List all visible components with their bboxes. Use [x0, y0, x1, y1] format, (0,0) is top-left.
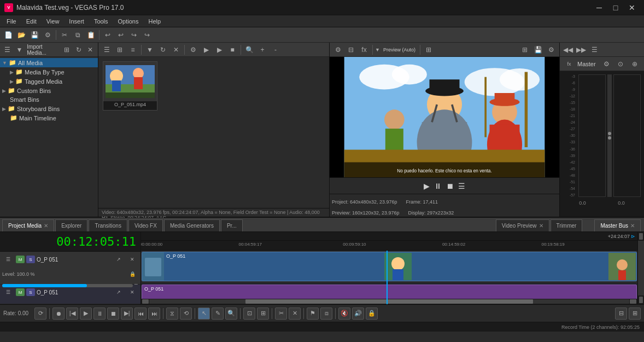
scroll-left-btn[interactable]	[142, 299, 149, 304]
transport-monitor-btn[interactable]: ⊞	[629, 308, 641, 320]
track1-lock-button[interactable]: 🔒	[126, 269, 138, 280]
preview-btn2[interactable]: 💾	[532, 44, 544, 55]
minimize-button[interactable]: ─	[592, 2, 607, 13]
media-delete-button[interactable]: ✕	[170, 44, 182, 55]
tab-master-bus[interactable]: Master Bus ✕	[594, 219, 641, 231]
preview-menu-button[interactable]: ⚙	[332, 44, 344, 55]
zoom-in-button[interactable]: +	[256, 44, 268, 55]
tab-close-project[interactable]: ✕	[44, 223, 48, 229]
media-thumbnail-op051[interactable]: O_P_051.mp4	[103, 61, 157, 111]
tree-item-smart-bins[interactable]: Smart Bins	[0, 95, 98, 104]
master-fx-button[interactable]: fx	[563, 59, 575, 69]
playhead[interactable]	[387, 251, 388, 304]
menu-options[interactable]: Options	[114, 17, 143, 26]
edit-tool[interactable]: ✎	[212, 308, 224, 320]
transport-ffwd[interactable]: ⏭	[148, 308, 160, 320]
zoom-button[interactable]: 🔍	[243, 44, 255, 55]
volume-button[interactable]: 🔊	[352, 308, 364, 320]
lock-button[interactable]: 🔒	[366, 308, 378, 320]
meter-center-control[interactable]	[607, 74, 612, 197]
split-button[interactable]: ✂	[275, 308, 287, 320]
track1-fx-button[interactable]: ↗	[113, 254, 125, 265]
transport-pause-button[interactable]: ⏸	[93, 308, 106, 320]
track2-close-button[interactable]: ✕	[126, 287, 138, 298]
redo-button[interactable]: ↪	[128, 30, 140, 40]
copy-button[interactable]: ⧉	[72, 30, 84, 40]
region-button[interactable]: ⧈	[320, 308, 332, 320]
maximize-button[interactable]: □	[608, 2, 623, 13]
menu-edit[interactable]: Edit	[22, 17, 41, 26]
tab-project-media[interactable]: Project Media ✕	[2, 219, 54, 231]
preview-btn3[interactable]: ⚙	[545, 44, 557, 55]
master-btn3[interactable]: ⊕	[629, 59, 641, 69]
tree-item-custom-bins[interactable]: ▶ 📁 Custom Bins	[0, 86, 98, 95]
window-controls[interactable]: ─ □ ✕	[592, 2, 640, 13]
preview-stop-button[interactable]: ⏹	[446, 182, 454, 190]
scroll-right-btn[interactable]	[630, 299, 636, 304]
preview-pause-button[interactable]: ⏸	[434, 182, 442, 190]
zoom-out-button[interactable]: -	[270, 44, 282, 55]
transport-prev-frame[interactable]: |◀	[66, 308, 78, 320]
preview-fx-button[interactable]: fx	[358, 44, 370, 55]
transport-settings-btn[interactable]: ⊟	[615, 308, 627, 320]
transport-next-frame[interactable]: ▶|	[121, 308, 133, 320]
fx-menu-button[interactable]: ☰	[588, 44, 600, 55]
snap-button[interactable]: ⊡	[243, 308, 255, 320]
tree-item-storyboard[interactable]: ▶ 📁 Storyboard Bins	[0, 104, 98, 113]
menu-tools[interactable]: Tools	[90, 17, 113, 26]
preview-split-button[interactable]: ⊟	[345, 44, 357, 55]
tab-video-fx[interactable]: Video FX	[128, 219, 163, 231]
save-button[interactable]: 💾	[28, 30, 40, 40]
transport-play-button[interactable]: ▶	[80, 308, 92, 320]
tree-item-all-media[interactable]: ▼ 📁 All Media	[0, 58, 98, 67]
tree-item-tagged[interactable]: ▶ 📁 Tagged Media	[0, 77, 98, 86]
transport-loop2[interactable]: ⟲	[180, 308, 192, 320]
left-view-button[interactable]: ⊞	[61, 44, 72, 55]
tab-explorer[interactable]: Explorer	[55, 219, 87, 231]
video-clip-main[interactable]: O_P 051	[142, 252, 637, 281]
track1-level-slider[interactable]	[2, 284, 133, 287]
transport-record-button[interactable]: ⏺	[52, 308, 65, 320]
scroll-thumb[interactable]	[245, 299, 534, 304]
open-button[interactable]: 📂	[15, 30, 27, 40]
redo2-button[interactable]: ↪	[141, 30, 153, 40]
track1-menu-button[interactable]: ☰	[2, 254, 14, 265]
tab-transitions[interactable]: Transitions	[89, 219, 127, 231]
menu-insert[interactable]: Insert	[65, 17, 89, 26]
marker-button[interactable]: ⚑	[307, 308, 319, 320]
timeline-scrollbar[interactable]	[141, 299, 637, 304]
media-refresh-button[interactable]: ↻	[157, 44, 169, 55]
transport-slow-motion[interactable]: ⧖	[166, 308, 178, 320]
left-import-button[interactable]: ▼	[14, 44, 25, 55]
zoom-timeline[interactable]: 🔍	[225, 308, 237, 320]
media-filter-button[interactable]: ▼	[144, 44, 156, 55]
timeline-vscroll[interactable]	[637, 232, 644, 304]
transport-loop-button[interactable]: ⟳	[34, 308, 46, 320]
preview-grid-button[interactable]: ⊞	[423, 44, 435, 55]
media-script-button[interactable]: ▶	[200, 44, 212, 55]
left-refresh-button[interactable]: ↻	[73, 44, 84, 55]
tree-item-media-by-type[interactable]: ▶ 📁 Media By Type	[0, 67, 98, 77]
tab-media-generators[interactable]: Media Generators	[164, 219, 220, 231]
master-btn2[interactable]: ⊙	[614, 59, 627, 69]
undo2-button[interactable]: ↩	[115, 30, 127, 40]
tab-close-master[interactable]: ✕	[630, 223, 635, 229]
menu-file[interactable]: File	[2, 17, 21, 26]
delete-button[interactable]: ✕	[289, 308, 301, 320]
cursor-tool[interactable]: ↖	[198, 308, 210, 320]
tab-close-preview[interactable]: ✕	[539, 223, 543, 229]
track2-fx-button[interactable]: ↗	[113, 287, 125, 298]
menu-help[interactable]: Help	[144, 17, 165, 26]
close-button[interactable]: ✕	[624, 2, 640, 13]
media-stop-button[interactable]: ■	[226, 44, 238, 55]
vscroll-down[interactable]	[639, 297, 643, 303]
track1-close-button[interactable]: ✕	[126, 254, 138, 265]
paste-button[interactable]: 📋	[85, 30, 97, 40]
scroll-track[interactable]	[149, 299, 629, 304]
tab-trimmer[interactable]: Trimmer	[551, 219, 583, 231]
vscroll-up[interactable]	[639, 233, 643, 240]
left-close-button[interactable]: ✕	[85, 44, 96, 55]
media-play-button[interactable]: ▶	[213, 44, 225, 55]
tab-video-preview[interactable]: Video Preview ✕	[496, 219, 549, 231]
fx-next-button[interactable]: ▶▶	[575, 44, 587, 55]
